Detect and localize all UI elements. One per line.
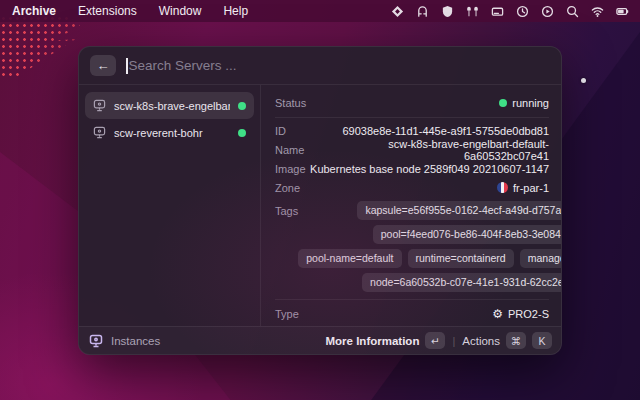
detail-value: Kubernetes base node 2589f049 20210607-1… — [310, 163, 549, 175]
server-list: scw-k8s-brave-engelbart-de... scw-revere… — [79, 85, 260, 326]
detail-row-type: Type ⚙ PRO2-S — [275, 304, 549, 323]
clock-icon[interactable] — [515, 4, 530, 19]
france-flag-icon — [497, 182, 508, 193]
detail-label: Zone — [275, 182, 300, 194]
status-dot-running — [238, 102, 246, 110]
more-information-button[interactable]: More Information ↵ — [326, 332, 446, 349]
detail-label: Tags — [275, 201, 298, 292]
tag-pill: pool=f4eed076-be86-404f-8eb3-3e0844ffa23… — [373, 225, 561, 244]
menu-bar-status-icons — [390, 4, 630, 19]
search-header: ← Search Servers ... — [79, 47, 561, 84]
status-dot-running — [238, 129, 246, 137]
status-value: running — [512, 97, 549, 109]
menu-bar: Archive Extensions Window Help — [0, 0, 640, 22]
detail-label: Name — [275, 144, 304, 156]
detail-value: scw-k8s-brave-engelbart-default-6a60532b… — [304, 138, 549, 162]
back-arrow-icon: ← — [97, 58, 110, 73]
detail-row-architecture: Architecture x86_64 — [275, 323, 549, 326]
footer-separator: | — [452, 335, 455, 347]
divider — [275, 299, 549, 300]
back-button[interactable]: ← — [90, 55, 116, 76]
detail-row-tags: Tags kapsule=e56f955e-0162-4ecf-a49d-d75… — [275, 201, 549, 292]
launcher-window: ← Search Servers ... scw-k8s-brave-engel… — [78, 46, 562, 355]
actions-label: Actions — [462, 335, 500, 347]
search-placeholder: Search Servers ... — [129, 58, 237, 73]
wifi-icon[interactable] — [590, 4, 605, 19]
footer-app-name: Instances — [111, 335, 160, 347]
cpu-gear-icon: ⚙ — [492, 308, 503, 320]
server-icon — [93, 126, 106, 139]
shield-icon[interactable] — [440, 4, 455, 19]
detail-label: Image — [275, 163, 306, 175]
menu-item-extensions[interactable]: Extensions — [67, 4, 148, 18]
actions-button[interactable]: Actions ⌘ K — [462, 332, 552, 349]
instances-app-icon — [88, 333, 103, 348]
detail-row-image: Image Kubernetes base node 2589f049 2021… — [275, 159, 549, 178]
divider — [275, 117, 549, 118]
action-bar: Instances More Information ↵ | Actions ⌘… — [79, 326, 561, 354]
server-details: Status running ID 69038e8e-11d1-445e-a9f… — [261, 85, 561, 326]
tag-pill: pool-name=default — [298, 249, 401, 268]
tag-pill: runtime=containerd — [408, 249, 514, 268]
detail-value: 69038e8e-11d1-445e-a9f1-5755de0dbd81 — [342, 125, 549, 137]
tag-pill: managed=true — [520, 249, 561, 268]
server-list-item[interactable]: scw-reverent-bohr — [85, 119, 254, 146]
search-icon[interactable] — [565, 4, 580, 19]
detail-label: ID — [275, 125, 286, 137]
detail-label: Status — [275, 97, 306, 109]
play-circle-icon[interactable] — [540, 4, 555, 19]
server-name: scw-reverent-bohr — [114, 127, 203, 139]
desktop-wallpaper: Archive Extensions Window Help — [0, 0, 640, 400]
k-key-icon: K — [532, 332, 552, 349]
magnet-icon[interactable] — [415, 4, 430, 19]
airpods-icon[interactable] — [465, 4, 480, 19]
status-dot-running — [499, 99, 507, 107]
mouse-cursor-dot — [581, 78, 586, 83]
tag-pill: node=6a60532b-c07e-41e1-931d-62cc2e6d8f0… — [362, 273, 561, 292]
server-icon — [93, 99, 106, 112]
return-key-icon: ↵ — [425, 332, 445, 349]
diamond-logo-icon[interactable] — [390, 4, 405, 19]
detail-row-name: Name scw-k8s-brave-engelbart-default-6a6… — [275, 140, 549, 159]
text-caret — [126, 58, 128, 74]
search-input[interactable]: Search Servers ... — [126, 47, 550, 84]
battery-icon[interactable] — [615, 4, 630, 19]
menu-item-archive[interactable]: Archive — [10, 4, 67, 18]
menu-item-help[interactable]: Help — [212, 4, 259, 18]
tag-pill: kapsule=e56f955e-0162-4ecf-a49d-d757af36… — [357, 201, 561, 220]
detail-row-status: Status running — [275, 91, 549, 115]
server-name: scw-k8s-brave-engelbart-de... — [114, 100, 230, 112]
detail-row-zone: Zone fr-par-1 — [275, 178, 549, 197]
detail-label: Type — [275, 308, 299, 320]
server-list-item[interactable]: scw-k8s-brave-engelbart-de... — [85, 92, 254, 119]
command-key-icon: ⌘ — [506, 332, 526, 349]
card-icon[interactable] — [490, 4, 505, 19]
more-information-label: More Information — [326, 335, 420, 347]
detail-value: PRO2-S — [508, 308, 549, 320]
detail-value: fr-par-1 — [513, 182, 549, 194]
menu-item-window[interactable]: Window — [148, 4, 213, 18]
